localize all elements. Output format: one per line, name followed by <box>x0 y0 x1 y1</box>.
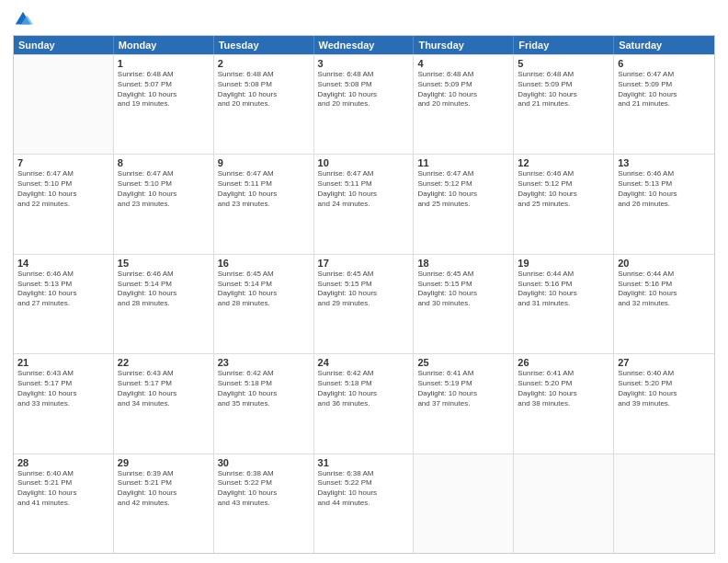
day-info: Sunrise: 6:46 AM Sunset: 5:12 PM Dayligh… <box>518 169 609 209</box>
calendar-row-0: 1Sunrise: 6:48 AM Sunset: 5:07 PM Daylig… <box>14 54 714 154</box>
calendar-cell-29: 29Sunrise: 6:39 AM Sunset: 5:21 PM Dayli… <box>114 454 214 553</box>
day-number: 21 <box>17 357 109 368</box>
day-number: 17 <box>318 258 410 269</box>
day-info: Sunrise: 6:44 AM Sunset: 5:16 PM Dayligh… <box>618 270 711 309</box>
day-number: 4 <box>417 58 509 69</box>
calendar-row-1: 7Sunrise: 6:47 AM Sunset: 5:10 PM Daylig… <box>14 154 714 253</box>
calendar-cell-25: 25Sunrise: 6:41 AM Sunset: 5:19 PM Dayli… <box>414 354 514 453</box>
calendar-cell-24: 24Sunrise: 6:42 AM Sunset: 5:18 PM Dayli… <box>314 354 415 453</box>
header <box>13 9 715 29</box>
calendar-cell-19: 19Sunrise: 6:44 AM Sunset: 5:16 PM Dayli… <box>514 255 614 353</box>
day-number: 1 <box>118 58 210 69</box>
calendar-cell-4: 4Sunrise: 6:48 AM Sunset: 5:09 PM Daylig… <box>414 55 514 154</box>
header-cell-tuesday: Tuesday <box>214 36 314 54</box>
header-cell-thursday: Thursday <box>414 36 514 54</box>
day-number: 23 <box>218 357 310 368</box>
calendar-cell-28: 28Sunrise: 6:40 AM Sunset: 5:21 PM Dayli… <box>14 454 114 553</box>
calendar-cell-2: 2Sunrise: 6:48 AM Sunset: 5:08 PM Daylig… <box>214 55 314 154</box>
calendar-cell-23: 23Sunrise: 6:42 AM Sunset: 5:18 PM Dayli… <box>214 354 314 453</box>
calendar-cell-7: 7Sunrise: 6:47 AM Sunset: 5:10 PM Daylig… <box>14 155 114 253</box>
day-info: Sunrise: 6:47 AM Sunset: 5:10 PM Dayligh… <box>118 169 210 209</box>
calendar-cell-15: 15Sunrise: 6:46 AM Sunset: 5:14 PM Dayli… <box>114 255 214 353</box>
calendar: SundayMondayTuesdayWednesdayThursdayFrid… <box>13 35 715 554</box>
day-number: 10 <box>318 157 410 168</box>
day-info: Sunrise: 6:46 AM Sunset: 5:14 PM Dayligh… <box>118 270 210 309</box>
calendar-cell-empty-0-0 <box>14 55 114 154</box>
day-number: 7 <box>17 157 109 168</box>
calendar-cell-20: 20Sunrise: 6:44 AM Sunset: 5:16 PM Dayli… <box>614 255 714 353</box>
day-number: 6 <box>618 58 711 69</box>
calendar-cell-22: 22Sunrise: 6:43 AM Sunset: 5:17 PM Dayli… <box>114 354 214 453</box>
day-number: 18 <box>417 258 509 269</box>
calendar-row-2: 14Sunrise: 6:46 AM Sunset: 5:13 PM Dayli… <box>14 254 714 353</box>
day-number: 16 <box>218 258 310 269</box>
calendar-cell-10: 10Sunrise: 6:47 AM Sunset: 5:11 PM Dayli… <box>314 155 415 253</box>
logo-icon <box>13 9 33 29</box>
day-number: 31 <box>318 457 410 468</box>
header-cell-friday: Friday <box>514 36 614 54</box>
day-info: Sunrise: 6:47 AM Sunset: 5:11 PM Dayligh… <box>218 169 310 209</box>
day-number: 13 <box>618 157 711 168</box>
day-info: Sunrise: 6:47 AM Sunset: 5:12 PM Dayligh… <box>417 169 509 209</box>
calendar-cell-empty-4-6 <box>614 454 714 553</box>
day-number: 9 <box>218 157 310 168</box>
calendar-row-4: 28Sunrise: 6:40 AM Sunset: 5:21 PM Dayli… <box>14 454 714 553</box>
calendar-cell-empty-4-5 <box>514 454 614 553</box>
calendar-cell-26: 26Sunrise: 6:41 AM Sunset: 5:20 PM Dayli… <box>514 354 614 453</box>
day-info: Sunrise: 6:47 AM Sunset: 5:10 PM Dayligh… <box>17 169 109 209</box>
day-info: Sunrise: 6:45 AM Sunset: 5:14 PM Dayligh… <box>218 270 310 309</box>
day-info: Sunrise: 6:41 AM Sunset: 5:20 PM Dayligh… <box>518 369 609 408</box>
calendar-cell-6: 6Sunrise: 6:47 AM Sunset: 5:09 PM Daylig… <box>614 55 714 154</box>
day-info: Sunrise: 6:40 AM Sunset: 5:20 PM Dayligh… <box>618 369 711 408</box>
day-info: Sunrise: 6:48 AM Sunset: 5:08 PM Dayligh… <box>318 70 410 109</box>
calendar-cell-9: 9Sunrise: 6:47 AM Sunset: 5:11 PM Daylig… <box>214 155 314 253</box>
day-info: Sunrise: 6:48 AM Sunset: 5:09 PM Dayligh… <box>518 70 609 109</box>
day-info: Sunrise: 6:39 AM Sunset: 5:21 PM Dayligh… <box>118 469 210 509</box>
day-info: Sunrise: 6:47 AM Sunset: 5:11 PM Dayligh… <box>318 169 410 209</box>
calendar-body: 1Sunrise: 6:48 AM Sunset: 5:07 PM Daylig… <box>14 54 714 553</box>
day-info: Sunrise: 6:38 AM Sunset: 5:22 PM Dayligh… <box>318 469 410 509</box>
calendar-cell-12: 12Sunrise: 6:46 AM Sunset: 5:12 PM Dayli… <box>514 155 614 253</box>
logo <box>13 9 37 29</box>
calendar-cell-5: 5Sunrise: 6:48 AM Sunset: 5:09 PM Daylig… <box>514 55 614 154</box>
day-info: Sunrise: 6:45 AM Sunset: 5:15 PM Dayligh… <box>417 270 509 309</box>
day-info: Sunrise: 6:42 AM Sunset: 5:18 PM Dayligh… <box>218 369 310 408</box>
header-cell-saturday: Saturday <box>614 36 714 54</box>
calendar-cell-31: 31Sunrise: 6:38 AM Sunset: 5:22 PM Dayli… <box>314 454 415 553</box>
calendar-cell-30: 30Sunrise: 6:38 AM Sunset: 5:22 PM Dayli… <box>214 454 314 553</box>
day-number: 3 <box>318 58 410 69</box>
calendar-cell-empty-4-4 <box>414 454 514 553</box>
day-number: 28 <box>17 457 109 468</box>
calendar-cell-18: 18Sunrise: 6:45 AM Sunset: 5:15 PM Dayli… <box>414 255 514 353</box>
header-cell-sunday: Sunday <box>14 36 114 54</box>
day-info: Sunrise: 6:48 AM Sunset: 5:07 PM Dayligh… <box>118 70 210 109</box>
calendar-cell-21: 21Sunrise: 6:43 AM Sunset: 5:17 PM Dayli… <box>14 354 114 453</box>
day-info: Sunrise: 6:43 AM Sunset: 5:17 PM Dayligh… <box>118 369 210 408</box>
day-number: 5 <box>518 58 609 69</box>
day-info: Sunrise: 6:44 AM Sunset: 5:16 PM Dayligh… <box>518 270 609 309</box>
day-number: 11 <box>417 157 509 168</box>
day-info: Sunrise: 6:43 AM Sunset: 5:17 PM Dayligh… <box>17 369 109 408</box>
calendar-cell-16: 16Sunrise: 6:45 AM Sunset: 5:14 PM Dayli… <box>214 255 314 353</box>
calendar-cell-13: 13Sunrise: 6:46 AM Sunset: 5:13 PM Dayli… <box>614 155 714 253</box>
calendar-header: SundayMondayTuesdayWednesdayThursdayFrid… <box>14 36 714 54</box>
day-info: Sunrise: 6:46 AM Sunset: 5:13 PM Dayligh… <box>618 169 711 209</box>
calendar-cell-1: 1Sunrise: 6:48 AM Sunset: 5:07 PM Daylig… <box>114 55 214 154</box>
day-info: Sunrise: 6:48 AM Sunset: 5:09 PM Dayligh… <box>417 70 509 109</box>
calendar-cell-17: 17Sunrise: 6:45 AM Sunset: 5:15 PM Dayli… <box>314 255 415 353</box>
day-number: 29 <box>118 457 210 468</box>
header-cell-monday: Monday <box>114 36 214 54</box>
calendar-cell-11: 11Sunrise: 6:47 AM Sunset: 5:12 PM Dayli… <box>414 155 514 253</box>
day-info: Sunrise: 6:38 AM Sunset: 5:22 PM Dayligh… <box>218 469 310 509</box>
day-number: 30 <box>218 457 310 468</box>
day-number: 2 <box>218 58 310 69</box>
day-number: 19 <box>518 258 609 269</box>
day-number: 8 <box>118 157 210 168</box>
day-number: 22 <box>118 357 210 368</box>
day-info: Sunrise: 6:47 AM Sunset: 5:09 PM Dayligh… <box>618 70 711 109</box>
calendar-row-3: 21Sunrise: 6:43 AM Sunset: 5:17 PM Dayli… <box>14 353 714 453</box>
day-number: 27 <box>618 357 711 368</box>
day-number: 15 <box>118 258 210 269</box>
calendar-cell-8: 8Sunrise: 6:47 AM Sunset: 5:10 PM Daylig… <box>114 155 214 253</box>
day-info: Sunrise: 6:42 AM Sunset: 5:18 PM Dayligh… <box>318 369 410 408</box>
